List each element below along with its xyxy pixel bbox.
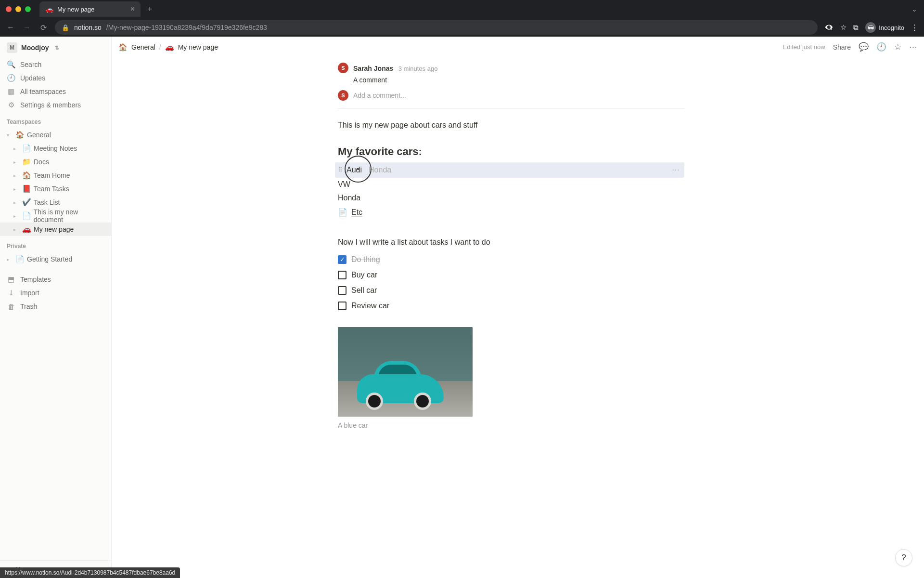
trash-icon: 🗑: [7, 302, 15, 311]
forward-button[interactable]: →: [22, 23, 32, 32]
image-caption[interactable]: A blue car: [338, 420, 684, 431]
todo-item[interactable]: Sell car: [338, 283, 684, 298]
share-button[interactable]: Share: [833, 43, 851, 51]
breadcrumb: 🏠 General / 🚗 My new page: [118, 43, 218, 52]
extensions-icon[interactable]: ⧉: [853, 23, 859, 32]
car-image: [338, 327, 473, 417]
tree-task-list[interactable]: ▸ ✔️ Task List: [0, 196, 111, 209]
close-window-icon[interactable]: [6, 6, 12, 12]
page-icon: 📄: [15, 255, 24, 263]
sidebar-settings[interactable]: ⚙ Settings & members: [0, 98, 111, 112]
sidebar-updates[interactable]: 🕘 Updates: [0, 71, 111, 85]
checkbox-icon[interactable]: [338, 271, 346, 279]
tree-team-home[interactable]: ▸ 🏠 Team Home: [0, 169, 111, 182]
block-menu-icon[interactable]: ⋯: [672, 164, 680, 176]
maximize-window-icon[interactable]: [25, 6, 31, 12]
url-domain: notion.so: [74, 24, 102, 31]
todo-item[interactable]: Buy car: [338, 267, 684, 283]
close-tab-icon[interactable]: ×: [130, 5, 135, 13]
sidebar-search[interactable]: 🔍 Search: [0, 58, 111, 71]
incognito-indicator[interactable]: 🕶 Incognito: [865, 22, 904, 33]
expand-arrow-icon[interactable]: ▸: [13, 146, 19, 151]
todo-label: Buy car: [351, 269, 377, 281]
expand-arrow-icon[interactable]: ▸: [13, 173, 19, 178]
tab-bar: 🚗 My new page × + ⌄: [0, 0, 924, 18]
help-button[interactable]: ?: [895, 549, 912, 566]
sidebar-item-label: Settings & members: [20, 101, 81, 109]
house-icon: 🏠: [118, 43, 128, 52]
tree-team-tasks[interactable]: ▸ 📕 Team Tasks: [0, 182, 111, 196]
new-tab-button[interactable]: +: [147, 4, 153, 14]
page-icon: 📄: [338, 207, 347, 218]
tree-getting-started[interactable]: ▸ 📄 Getting Started: [0, 252, 111, 266]
breadcrumb-page[interactable]: My new page: [178, 43, 218, 51]
clock-icon: 🕘: [7, 74, 15, 82]
expand-arrow-icon[interactable]: ▸: [13, 227, 19, 232]
workspace-switcher[interactable]: M Moodjoy ⇅: [0, 37, 111, 58]
comments-icon[interactable]: 💬: [859, 42, 869, 52]
dragging-block[interactable]: ⠿ Audi Honda ⋯: [335, 162, 684, 178]
tree-label: Getting Started: [27, 255, 72, 263]
tree-my-new-page[interactable]: ▸ 🚗 My new page: [0, 223, 111, 236]
tasks-intro[interactable]: Now I will write a list about tasks I wa…: [338, 236, 684, 248]
expand-arrow-icon[interactable]: ▸: [13, 213, 19, 219]
checkbox-checked-icon[interactable]: ✓: [338, 255, 346, 264]
intro-paragraph[interactable]: This is my new page about cars and stuff: [338, 119, 684, 131]
favorite-star-icon[interactable]: ☆: [894, 42, 901, 52]
browser-tab[interactable]: 🚗 My new page ×: [39, 1, 141, 17]
subpage-link[interactable]: 📄 Etc: [338, 205, 684, 220]
expand-arrow-icon[interactable]: ▸: [7, 257, 13, 262]
tree-docs[interactable]: ▸ 📁 Docs: [0, 155, 111, 169]
tree-new-document[interactable]: ▸ 📄 This is my new document: [0, 209, 111, 223]
tree-meeting-notes[interactable]: ▸ 📄 Meeting Notes: [0, 142, 111, 155]
tab-title: My new page: [57, 6, 94, 13]
sidebar-trash[interactable]: 🗑 Trash: [0, 300, 111, 313]
sidebar-teamspaces[interactable]: ▦ All teamspaces: [0, 85, 111, 98]
browser-menu-icon[interactable]: ⋮: [911, 23, 918, 32]
search-icon: 🔍: [7, 60, 15, 69]
todo-item[interactable]: ✓ Do thing: [338, 252, 684, 267]
tree-label: Team Home: [34, 171, 70, 179]
minimize-window-icon[interactable]: [15, 6, 21, 12]
section-private: Private: [0, 236, 111, 252]
image-block[interactable]: A blue car: [338, 327, 684, 431]
drag-handle-icon[interactable]: ⠿: [338, 165, 343, 175]
checkbox-icon[interactable]: [338, 302, 346, 310]
expand-arrow-icon[interactable]: ▸: [13, 200, 19, 205]
bookmark-star-icon[interactable]: ☆: [840, 23, 847, 32]
chevron-icon: ⇅: [55, 45, 59, 51]
text-block[interactable]: VW: [338, 178, 684, 191]
eye-off-icon[interactable]: 👁‍🗨: [824, 23, 834, 32]
window-controls[interactable]: [6, 6, 31, 12]
expand-arrow-icon[interactable]: ▸: [13, 186, 19, 192]
sidebar-templates[interactable]: ⬒ Templates: [0, 273, 111, 286]
subpage-label: Etc: [351, 207, 362, 218]
avatar: S: [338, 90, 348, 101]
tabs-menu-icon[interactable]: ⌄: [911, 5, 917, 13]
sidebar-import[interactable]: ⤓ Import: [0, 286, 111, 300]
reload-button[interactable]: ⟳: [38, 23, 48, 32]
expand-arrow-icon[interactable]: ▾: [7, 132, 13, 138]
todo-item[interactable]: Review car: [338, 298, 684, 314]
car-icon: 🚗: [22, 225, 31, 234]
url-box[interactable]: 🔒 notion.so/My-new-page-193190a8239a4f9d…: [55, 20, 818, 35]
add-comment-input[interactable]: S Add a comment...: [338, 86, 684, 108]
tree-general[interactable]: ▾ 🏠 General: [0, 128, 111, 142]
comment-text: A comment: [353, 75, 437, 85]
back-button[interactable]: ←: [6, 23, 15, 32]
updates-icon[interactable]: 🕘: [876, 42, 886, 52]
comment-author: Sarah Jonas: [353, 65, 393, 72]
comment-item[interactable]: S Sarah Jonas 3 minutes ago A comment: [338, 62, 684, 86]
sidebar: M Moodjoy ⇅ 🔍 Search 🕘 Updates ▦ All tea…: [0, 37, 112, 578]
main: 🏠 General / 🚗 My new page Edited just no…: [112, 37, 924, 578]
breadcrumb-root[interactable]: General: [131, 43, 155, 51]
section-teamspaces: Teamspaces: [0, 112, 111, 128]
more-menu-icon[interactable]: ⋯: [909, 42, 917, 52]
sidebar-item-label: All teamspaces: [20, 88, 66, 95]
checkbox-icon[interactable]: [338, 286, 346, 295]
expand-arrow-icon[interactable]: ▸: [13, 159, 19, 165]
todo-label: Do thing: [351, 254, 380, 265]
text-block[interactable]: Honda: [338, 191, 684, 205]
tree-label: Team Tasks: [34, 185, 69, 193]
heading-favorite-cars[interactable]: My favorite cars:: [338, 144, 684, 159]
